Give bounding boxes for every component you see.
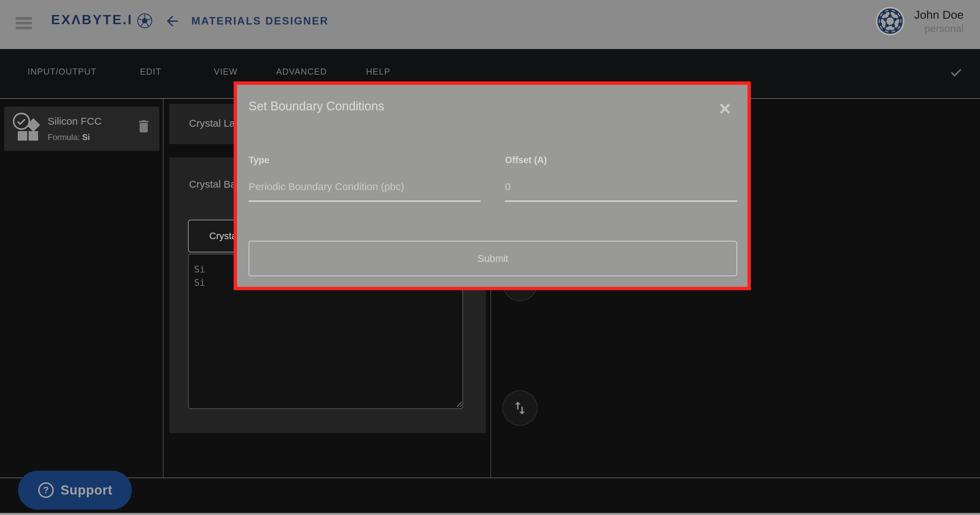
close-icon[interactable] xyxy=(718,101,732,116)
page-title: MATERIALS DESIGNER xyxy=(191,15,329,27)
svg-text:?: ? xyxy=(43,485,49,495)
account-chip[interactable]: John Doe personal xyxy=(914,8,964,35)
set-boundary-conditions-dialog: Set Boundary Conditions Type Offset (A) … xyxy=(234,81,751,290)
back-arrow-icon[interactable] xyxy=(164,13,180,29)
user-name: John Doe xyxy=(914,8,964,22)
swap-vertical-icon xyxy=(511,400,528,416)
offset-field-label: Offset (A) xyxy=(505,155,547,166)
submit-button[interactable]: Submit xyxy=(248,241,737,276)
user-account-type: personal xyxy=(914,22,964,35)
sidebar-divider xyxy=(163,99,164,478)
exabyte-logo-text[interactable]: EXΛBYTE.I xyxy=(51,12,133,27)
window-bottom-strip xyxy=(0,513,980,515)
swap-axes-button[interactable] xyxy=(502,390,538,426)
question-circle-icon: ? xyxy=(37,482,54,499)
fullerene-ball-icon xyxy=(137,13,153,29)
user-avatar[interactable] xyxy=(876,7,904,35)
offset-input[interactable]: 0 xyxy=(505,181,737,193)
content-bottom-divider xyxy=(0,478,980,478)
widgets-check-icon xyxy=(12,112,42,145)
menu-edit[interactable]: EDIT xyxy=(140,67,161,77)
support-label: Support xyxy=(60,483,113,497)
trash-icon[interactable] xyxy=(135,118,152,135)
material-list-item[interactable]: Silicon FCC Formula: Si xyxy=(4,107,159,151)
dialog-title: Set Boundary Conditions xyxy=(248,99,384,113)
offset-underline xyxy=(505,201,737,202)
menu-advanced[interactable]: ADVANCED xyxy=(276,67,327,77)
material-formula: Formula: Si xyxy=(48,132,90,142)
type-field-label: Type xyxy=(248,155,269,166)
hamburger-menu-icon[interactable] xyxy=(16,17,32,29)
top-header-bar: EXΛBYTE.I MATERIALS DESIGNER xyxy=(0,0,980,49)
type-underline xyxy=(248,201,481,202)
menu-help[interactable]: HELP xyxy=(366,67,390,77)
support-button[interactable]: ? Support xyxy=(18,471,132,510)
material-name: Silicon FCC xyxy=(48,115,102,127)
menu-view[interactable]: VIEW xyxy=(214,67,238,77)
type-select[interactable]: Periodic Boundary Condition (pbc) xyxy=(248,181,481,193)
menu-input-output[interactable]: INPUT/OUTPUT xyxy=(28,67,97,77)
check-icon[interactable] xyxy=(949,65,964,80)
